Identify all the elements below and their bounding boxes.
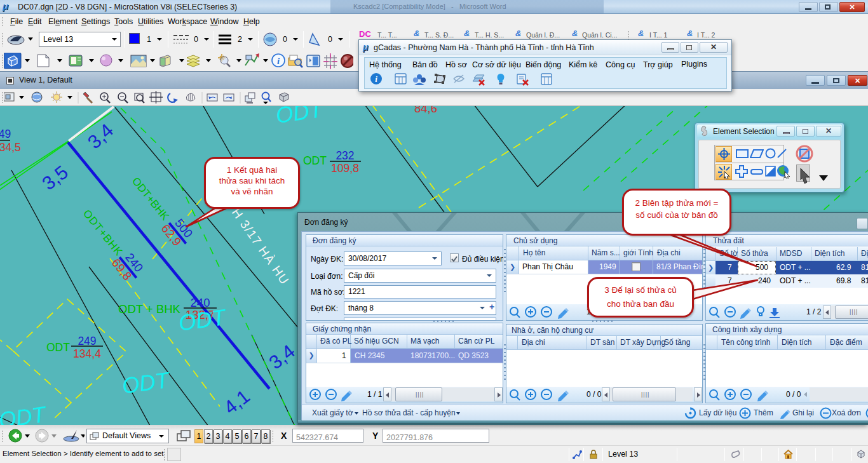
svg-text:249: 249 <box>0 128 11 140</box>
svg-text:ODT + BHK: ODT + BHK <box>118 302 180 316</box>
svg-text:84,6: 84,6 <box>414 106 437 115</box>
svg-text:ODT: ODT <box>46 341 70 354</box>
svg-text:232: 232 <box>336 149 354 162</box>
svg-text:249: 249 <box>78 335 96 347</box>
svg-text:134,5: 134,5 <box>0 141 21 154</box>
svg-text:i: i <box>375 74 377 84</box>
svg-text:ODT: ODT <box>303 154 327 167</box>
svg-text:109,8: 109,8 <box>331 162 359 175</box>
svg-text:134,4: 134,4 <box>73 347 101 360</box>
